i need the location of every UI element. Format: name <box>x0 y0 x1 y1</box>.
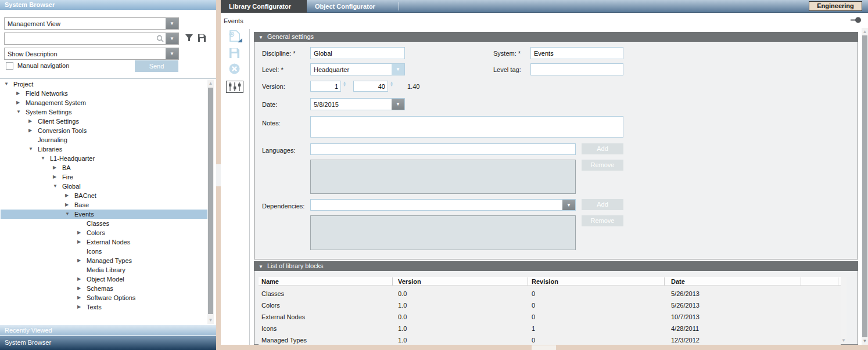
collapse-icon[interactable]: ▼ <box>259 264 263 269</box>
search-box[interactable]: ▼ <box>4 33 179 45</box>
date-select[interactable]: 5/8/2015 ▼ <box>310 98 405 110</box>
chevron-down-icon[interactable]: ▼ <box>392 99 404 110</box>
horizontal-scrollbar-thumb[interactable] <box>532 345 556 350</box>
chevron-collapsed-icon[interactable]: ▶ <box>53 163 61 172</box>
scroll-up-icon[interactable]: ▲ <box>207 81 214 86</box>
tree-item-events[interactable]: ▼Events <box>1 210 207 219</box>
general-settings-header[interactable]: ▼General settings <box>254 32 858 42</box>
system-browser-bar[interactable]: System Browser <box>0 336 216 350</box>
discipline-field[interactable] <box>310 47 405 59</box>
languages-add-button[interactable]: Add <box>582 143 623 154</box>
scroll-down-icon[interactable]: ▼ <box>207 317 214 323</box>
tree-item-fire[interactable]: ▶Fire <box>1 172 207 182</box>
tree-item-base[interactable]: ▶Base <box>1 200 207 210</box>
save-icon[interactable] <box>229 48 240 59</box>
column-separator[interactable] <box>664 277 665 286</box>
panel-splitter[interactable] <box>216 164 221 186</box>
tree-item-ba[interactable]: ▶BA <box>1 163 207 172</box>
column-separator[interactable] <box>801 277 801 286</box>
tree-scrollbar-thumb[interactable] <box>208 88 213 314</box>
chevron-collapsed-icon[interactable]: ▶ <box>77 302 85 312</box>
column-separator[interactable] <box>528 277 528 286</box>
table-row-external-nodes[interactable]: External Nodes0.0010/7/2013 <box>259 311 841 323</box>
scroll-up-icon[interactable]: ▲ <box>862 29 868 34</box>
engineering-button[interactable]: Engineering <box>809 1 862 11</box>
column-header-name[interactable]: Name <box>261 277 279 286</box>
chevron-collapsed-icon[interactable]: ▶ <box>16 89 24 98</box>
tree-item-bacnet[interactable]: ▶BACnet <box>1 191 207 200</box>
chevron-collapsed-icon[interactable]: ▶ <box>28 126 37 135</box>
tree-item-libraries[interactable]: ▼Libraries <box>1 145 207 154</box>
save-filter-icon[interactable] <box>198 34 206 42</box>
chevron-collapsed-icon[interactable]: ▶ <box>65 200 73 210</box>
tab-library-configurator[interactable]: Library Configurator <box>221 0 307 13</box>
chevron-collapsed-icon[interactable]: ▶ <box>28 117 37 126</box>
chevron-collapsed-icon[interactable]: ▶ <box>77 237 85 247</box>
pin-icon[interactable] <box>849 16 862 24</box>
filter-icon[interactable] <box>185 34 193 42</box>
table-scrollbar[interactable]: ▼ <box>841 277 847 344</box>
search-input[interactable] <box>5 34 156 44</box>
tree-item-managed-types[interactable]: ▶Managed Types <box>1 256 207 265</box>
main-scrollbar[interactable]: ▲ ▼ <box>862 28 868 345</box>
tree-item-colors[interactable]: ▶Colors <box>1 228 207 237</box>
description-selector[interactable]: Show Description ▼ <box>4 48 179 60</box>
languages-remove-button[interactable]: Remove <box>582 160 623 171</box>
tree-item-l1-headquarter[interactable]: ▼L1-Headquarter <box>1 154 207 163</box>
chevron-collapsed-icon[interactable]: ▶ <box>77 228 85 237</box>
languages-input[interactable] <box>310 143 576 155</box>
chevron-down-icon[interactable]: ▼ <box>166 18 178 29</box>
level-select[interactable]: Headquarter ▼ <box>310 63 405 75</box>
table-row-colors[interactable]: Colors1.005/26/2013 <box>259 300 841 311</box>
table-row-icons[interactable]: Icons1.014/28/2011 <box>259 323 841 334</box>
collapse-icon[interactable]: ▼ <box>259 35 263 40</box>
chevron-expanded-icon[interactable]: ▼ <box>41 154 49 163</box>
column-separator[interactable] <box>838 277 838 286</box>
chevron-expanded-icon[interactable]: ▼ <box>16 107 24 117</box>
tree-item-software-options[interactable]: ▶Software Options <box>1 293 207 302</box>
chevron-down-icon[interactable]: ▼ <box>166 33 178 44</box>
tree-item-texts[interactable]: ▶Texts <box>1 302 207 312</box>
table-row-managed-types[interactable]: Managed Types1.0012/3/2012 <box>259 334 841 345</box>
spinner-up-down-icon[interactable]: ▲▼ <box>390 81 393 87</box>
chevron-down-icon[interactable]: ▼ <box>562 200 575 210</box>
tree-item-global[interactable]: ▼Global <box>1 182 207 191</box>
column-header-date[interactable]: Date <box>671 277 685 286</box>
version-major-field[interactable] <box>310 81 341 92</box>
chevron-down-icon[interactable]: ▼ <box>166 48 178 59</box>
chevron-collapsed-icon[interactable]: ▶ <box>77 256 85 265</box>
tab-object-configurator[interactable]: Object Configurator <box>307 0 394 13</box>
tree-item-client-settings[interactable]: ▶Client Settings <box>1 117 207 126</box>
tree-item-media-library[interactable]: Media Library <box>1 265 207 275</box>
recently-viewed-bar[interactable]: Recently Viewed <box>0 325 216 335</box>
chevron-expanded-icon[interactable]: ▼ <box>28 145 37 154</box>
scroll-down-icon[interactable]: ▼ <box>862 338 868 344</box>
dependencies-list[interactable] <box>310 215 576 250</box>
chevron-collapsed-icon[interactable]: ▶ <box>77 293 85 302</box>
main-scrollbar-thumb[interactable] <box>862 35 867 337</box>
chevron-down-icon[interactable]: ▼ <box>392 64 404 75</box>
chevron-collapsed-icon[interactable]: ▶ <box>77 275 85 284</box>
chevron-expanded-icon[interactable]: ▼ <box>53 182 61 191</box>
version-minor-field[interactable] <box>353 81 388 92</box>
tree-item-external-nodes[interactable]: ▶External Nodes <box>1 237 207 247</box>
column-separator[interactable] <box>392 277 393 286</box>
tree-item-field-networks[interactable]: ▶Field Networks <box>1 89 207 98</box>
dependencies-add-button[interactable]: Add <box>582 199 623 210</box>
languages-list[interactable] <box>310 160 576 194</box>
dependencies-remove-button[interactable]: Remove <box>582 215 623 226</box>
chevron-collapsed-icon[interactable]: ▶ <box>65 191 73 200</box>
chevron-collapsed-icon[interactable]: ▶ <box>16 98 24 107</box>
dependencies-select[interactable]: ▼ <box>310 199 576 211</box>
system-field[interactable] <box>530 47 623 59</box>
column-header-version[interactable]: Version <box>398 277 421 286</box>
manual-navigation-checkbox[interactable] <box>6 62 13 70</box>
tree-item-classes[interactable]: Classes <box>1 219 207 228</box>
scroll-down-icon[interactable]: ▼ <box>841 338 847 343</box>
view-selector[interactable]: Management View ▼ <box>4 17 179 30</box>
tree-item-icons[interactable]: Icons <box>1 247 207 256</box>
chevron-expanded-icon[interactable]: ▼ <box>4 80 12 89</box>
tree-scrollbar[interactable]: ▲ ▼ <box>207 80 214 324</box>
send-button[interactable]: Send <box>135 60 178 72</box>
tree-item-management-system[interactable]: ▶Management System <box>1 98 207 107</box>
